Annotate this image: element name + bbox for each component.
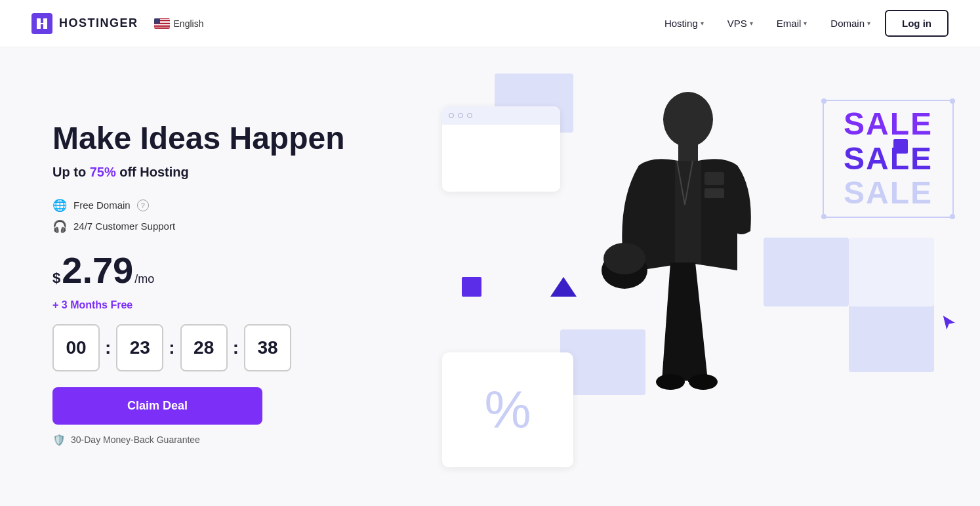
person-svg [573, 80, 796, 487]
logo[interactable]: HOSTINGER [31, 13, 138, 34]
chevron-down-icon: ▾ [750, 20, 753, 27]
feature-support: 🎧 24/7 Customer Support [52, 219, 345, 234]
guarantee-label: 🛡️ 30-Day Money-Back Guarantee [52, 434, 345, 446]
price-dollar: $ [52, 270, 60, 287]
svg-point-7 [656, 374, 685, 390]
svg-point-8 [689, 374, 718, 390]
logo-icon [31, 13, 52, 34]
claim-deal-button[interactable]: Claim Deal [52, 387, 262, 425]
feature-label: Free Domain [73, 200, 131, 211]
subtitle-prefix: Up to [52, 165, 90, 179]
sale-text-2: SALE [844, 142, 933, 175]
sale-card: SALE SALE SALE [823, 100, 954, 218]
chevron-down-icon: ▾ [804, 20, 807, 27]
nav-email[interactable]: Email ▾ [767, 12, 817, 34]
hero-left: Make Ideas Happen Up to 75% off Hosting … [52, 120, 345, 446]
person-illustration [567, 67, 803, 487]
browser-topbar [442, 106, 560, 125]
browser-dot-1 [449, 113, 454, 118]
countdown-centiseconds: 38 [244, 324, 291, 371]
free-months-label: + 3 Months Free [52, 299, 345, 311]
price-row: $ 2.79 /mo [52, 252, 345, 289]
purple-square-1 [462, 277, 481, 297]
nav-hosting[interactable]: Hosting ▾ [655, 12, 713, 34]
corner-dot-bl [821, 214, 827, 219]
svg-rect-9 [704, 172, 724, 185]
nav-vps[interactable]: VPS ▾ [718, 12, 762, 34]
flag-icon [154, 18, 170, 29]
main-content: Make Ideas Happen Up to 75% off Hosting … [0, 47, 980, 506]
browser-dot-3 [467, 113, 472, 118]
svg-rect-3 [675, 161, 701, 264]
countdown-sep-3: : [233, 337, 239, 358]
nav-left: HOSTINGER English [31, 13, 203, 34]
hero-title: Make Ideas Happen [52, 120, 345, 156]
subtitle-highlight: 75% [90, 165, 116, 179]
info-icon[interactable]: ? [137, 200, 149, 211]
feature-free-domain: 🌐 Free Domain ? [52, 198, 345, 213]
countdown-hours: 00 [52, 324, 100, 371]
price-block: $ 2.79 /mo [52, 252, 345, 289]
features-list: 🌐 Free Domain ? 🎧 24/7 Customer Support [52, 198, 345, 234]
sale-text-1: SALE [844, 108, 933, 140]
cursor-arrow-icon [941, 314, 957, 336]
login-button[interactable]: Log in [885, 10, 949, 37]
hero-subtitle: Up to 75% off Hosting [52, 165, 345, 180]
logo-text: HOSTINGER [59, 16, 138, 30]
deco-rect-right-bottom [849, 303, 934, 372]
svg-rect-10 [704, 188, 724, 198]
language-selector[interactable]: English [154, 18, 204, 29]
countdown-minutes: 23 [116, 324, 163, 371]
hero-illustration: % SALE SALE SALE [442, 47, 980, 506]
navbar: HOSTINGER English Hosting ▾ VPS ▾ Email … [0, 0, 980, 47]
corner-dot-tr [950, 98, 955, 104]
sale-text-3: SALE [844, 177, 933, 209]
svg-point-5 [603, 243, 645, 274]
percent-card: % [442, 352, 573, 467]
percent-symbol: % [484, 384, 531, 436]
countdown-sep-2: : [169, 337, 174, 358]
browser-card [442, 106, 560, 192]
svg-rect-2 [678, 144, 698, 161]
chevron-down-icon: ▾ [867, 20, 870, 27]
corner-dot-tl [821, 98, 827, 104]
feature-label: 24/7 Customer Support [73, 221, 175, 232]
price-main: 2.79 [62, 252, 133, 289]
nav-right: Hosting ▾ VPS ▾ Email ▾ Domain ▾ Log in [655, 10, 949, 37]
nav-domain[interactable]: Domain ▾ [821, 12, 880, 34]
countdown-sep-1: : [105, 337, 111, 358]
countdown-timer: 00 : 23 : 28 : 38 [52, 324, 345, 371]
headset-icon: 🎧 [52, 219, 67, 234]
countdown-seconds: 28 [180, 324, 228, 371]
language-label: English [174, 18, 204, 29]
subtitle-suffix: off Hosting [116, 165, 189, 179]
chevron-down-icon: ▾ [701, 20, 704, 27]
browser-body [442, 125, 560, 192]
corner-dot-br [950, 214, 955, 219]
guarantee-text: 30-Day Money-Back Guarantee [71, 434, 200, 445]
shield-icon: 🛡️ [52, 434, 66, 446]
svg-point-1 [663, 92, 713, 147]
deco-rect-right-mid [849, 238, 934, 306]
browser-dot-2 [458, 113, 463, 118]
globe-icon: 🌐 [52, 198, 67, 213]
price-period: /mo [134, 272, 154, 286]
